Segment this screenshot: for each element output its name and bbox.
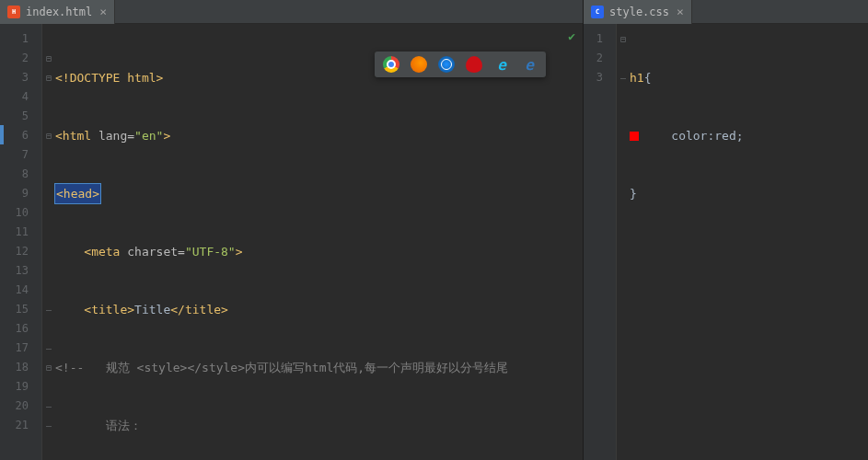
left-pane: H index.html × ✔ e e 1234567891011121314… [0,0,584,460]
edge-icon[interactable]: e [521,56,538,73]
code-line: 语法： [55,416,583,435]
ide-root: H index.html × ✔ e e 1234567891011121314… [0,0,868,460]
css-file-icon: C [591,6,604,18]
color-swatch-icon[interactable] [630,132,639,141]
code-line: } [630,184,868,203]
close-icon[interactable]: × [98,5,109,18]
right-gutter: 123 [584,24,617,460]
chrome-icon[interactable] [383,56,399,73]
close-icon[interactable]: × [675,5,686,18]
code-line: <html lang="en"> [55,126,583,145]
html-file-icon: H [7,6,20,18]
browser-preview-bar: e e [375,52,546,77]
bookmark-stripe [0,125,4,144]
code-line: <head> [55,184,583,203]
fold-column: ⊟⊟⊟——⊟—— [42,24,55,460]
check-icon: ✔ [568,29,575,43]
tab-index-html[interactable]: H index.html × [0,0,115,24]
left-gutter: 123456789101112131415161718192021 [0,24,42,460]
right-code[interactable]: h1{ color:red; } [630,24,868,460]
code-line: color:red; [630,126,868,145]
code-line: <title>Title</title> [55,300,583,319]
cursor-position: <head> [55,184,100,203]
right-editor[interactable]: 123 ⊟— h1{ color:red; } [584,24,868,460]
code-line: <!-- 规范 <style></style>内可以编写html代码,每一个声明… [55,358,583,377]
left-code[interactable]: <!DOCTYPE html> <html lang="en"> <head> … [55,24,583,460]
left-tabbar: H index.html × [0,0,583,24]
tab-label: style.css [609,6,669,18]
code-line: h1{ [630,68,868,87]
tab-style-css[interactable]: C style.css × [584,0,692,24]
firefox-icon[interactable] [411,56,427,73]
opera-icon[interactable] [466,56,482,73]
fold-column: ⊟— [617,24,630,460]
safari-icon[interactable] [438,56,455,73]
tab-label: index.html [26,6,92,18]
right-tabbar: C style.css × [584,0,868,24]
right-pane: C style.css × 123 ⊟— h1{ color:red; } [584,0,868,460]
code-line: <meta charset="UTF-8"> [55,242,583,261]
ie-icon[interactable]: e [493,56,510,73]
left-editor[interactable]: ✔ e e 123456789101112131415161718192021 … [0,24,583,460]
